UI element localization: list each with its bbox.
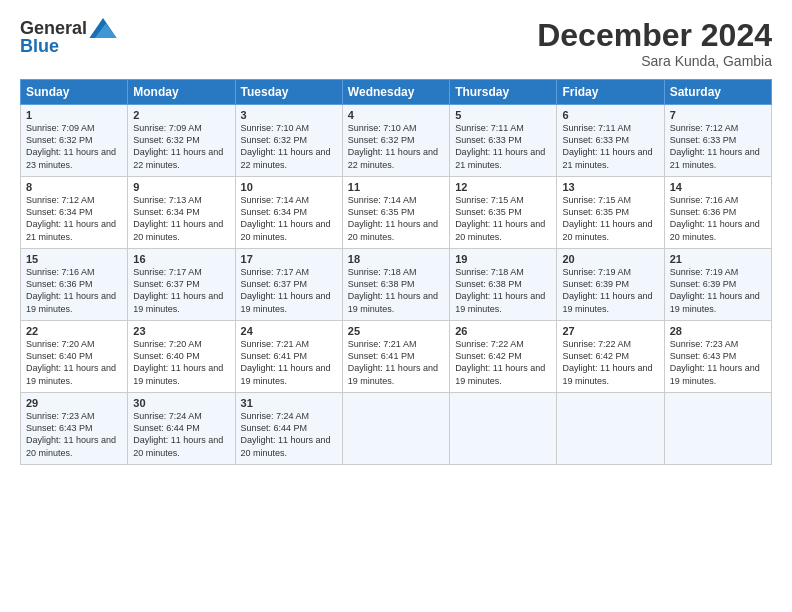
- cell-info: Sunrise: 7:16 AMSunset: 6:36 PMDaylight:…: [670, 195, 760, 241]
- cell-info: Sunrise: 7:11 AMSunset: 6:33 PMDaylight:…: [455, 123, 545, 169]
- logo-general-text: General: [20, 19, 87, 37]
- day-number: 14: [670, 181, 766, 193]
- day-number: 16: [133, 253, 229, 265]
- header-friday: Friday: [557, 80, 664, 105]
- calendar-cell-day-27: 27Sunrise: 7:22 AMSunset: 6:42 PMDayligh…: [557, 321, 664, 393]
- calendar-cell-day-25: 25Sunrise: 7:21 AMSunset: 6:41 PMDayligh…: [342, 321, 449, 393]
- calendar-cell-day-30: 30Sunrise: 7:24 AMSunset: 6:44 PMDayligh…: [128, 393, 235, 465]
- calendar-table: Sunday Monday Tuesday Wednesday Thursday…: [20, 79, 772, 465]
- calendar-cell-day-9: 9Sunrise: 7:13 AMSunset: 6:34 PMDaylight…: [128, 177, 235, 249]
- cell-info: Sunrise: 7:21 AMSunset: 6:41 PMDaylight:…: [241, 339, 331, 385]
- cell-info: Sunrise: 7:20 AMSunset: 6:40 PMDaylight:…: [133, 339, 223, 385]
- cell-info: Sunrise: 7:10 AMSunset: 6:32 PMDaylight:…: [348, 123, 438, 169]
- cell-info: Sunrise: 7:20 AMSunset: 6:40 PMDaylight:…: [26, 339, 116, 385]
- day-number: 15: [26, 253, 122, 265]
- day-number: 8: [26, 181, 122, 193]
- calendar-cell-day-16: 16Sunrise: 7:17 AMSunset: 6:37 PMDayligh…: [128, 249, 235, 321]
- title-block: December 2024 Sara Kunda, Gambia: [537, 18, 772, 69]
- calendar-cell-day-18: 18Sunrise: 7:18 AMSunset: 6:38 PMDayligh…: [342, 249, 449, 321]
- calendar-cell-day-7: 7Sunrise: 7:12 AMSunset: 6:33 PMDaylight…: [664, 105, 771, 177]
- calendar-cell-empty: [557, 393, 664, 465]
- cell-info: Sunrise: 7:23 AMSunset: 6:43 PMDaylight:…: [670, 339, 760, 385]
- month-title: December 2024: [537, 18, 772, 53]
- cell-info: Sunrise: 7:09 AMSunset: 6:32 PMDaylight:…: [26, 123, 116, 169]
- cell-info: Sunrise: 7:09 AMSunset: 6:32 PMDaylight:…: [133, 123, 223, 169]
- calendar-cell-day-2: 2Sunrise: 7:09 AMSunset: 6:32 PMDaylight…: [128, 105, 235, 177]
- weekday-header-row: Sunday Monday Tuesday Wednesday Thursday…: [21, 80, 772, 105]
- page: General Blue December 2024 Sara Kunda, G…: [0, 0, 792, 612]
- day-number: 28: [670, 325, 766, 337]
- calendar-cell-day-24: 24Sunrise: 7:21 AMSunset: 6:41 PMDayligh…: [235, 321, 342, 393]
- calendar-cell-day-29: 29Sunrise: 7:23 AMSunset: 6:43 PMDayligh…: [21, 393, 128, 465]
- calendar-cell-day-28: 28Sunrise: 7:23 AMSunset: 6:43 PMDayligh…: [664, 321, 771, 393]
- cell-info: Sunrise: 7:18 AMSunset: 6:38 PMDaylight:…: [455, 267, 545, 313]
- logo-blue-text: Blue: [20, 36, 59, 57]
- day-number: 12: [455, 181, 551, 193]
- calendar-week-2: 8Sunrise: 7:12 AMSunset: 6:34 PMDaylight…: [21, 177, 772, 249]
- cell-info: Sunrise: 7:10 AMSunset: 6:32 PMDaylight:…: [241, 123, 331, 169]
- day-number: 26: [455, 325, 551, 337]
- cell-info: Sunrise: 7:17 AMSunset: 6:37 PMDaylight:…: [133, 267, 223, 313]
- day-number: 30: [133, 397, 229, 409]
- calendar-cell-day-10: 10Sunrise: 7:14 AMSunset: 6:34 PMDayligh…: [235, 177, 342, 249]
- cell-info: Sunrise: 7:18 AMSunset: 6:38 PMDaylight:…: [348, 267, 438, 313]
- day-number: 5: [455, 109, 551, 121]
- calendar-week-5: 29Sunrise: 7:23 AMSunset: 6:43 PMDayligh…: [21, 393, 772, 465]
- cell-info: Sunrise: 7:16 AMSunset: 6:36 PMDaylight:…: [26, 267, 116, 313]
- calendar-cell-day-26: 26Sunrise: 7:22 AMSunset: 6:42 PMDayligh…: [450, 321, 557, 393]
- header-wednesday: Wednesday: [342, 80, 449, 105]
- day-number: 29: [26, 397, 122, 409]
- cell-info: Sunrise: 7:14 AMSunset: 6:35 PMDaylight:…: [348, 195, 438, 241]
- header-sunday: Sunday: [21, 80, 128, 105]
- calendar-week-1: 1Sunrise: 7:09 AMSunset: 6:32 PMDaylight…: [21, 105, 772, 177]
- day-number: 31: [241, 397, 337, 409]
- calendar-cell-day-31: 31Sunrise: 7:24 AMSunset: 6:44 PMDayligh…: [235, 393, 342, 465]
- day-number: 25: [348, 325, 444, 337]
- calendar-cell-day-3: 3Sunrise: 7:10 AMSunset: 6:32 PMDaylight…: [235, 105, 342, 177]
- calendar-cell-day-15: 15Sunrise: 7:16 AMSunset: 6:36 PMDayligh…: [21, 249, 128, 321]
- day-number: 23: [133, 325, 229, 337]
- cell-info: Sunrise: 7:22 AMSunset: 6:42 PMDaylight:…: [455, 339, 545, 385]
- day-number: 3: [241, 109, 337, 121]
- day-number: 18: [348, 253, 444, 265]
- calendar-cell-day-22: 22Sunrise: 7:20 AMSunset: 6:40 PMDayligh…: [21, 321, 128, 393]
- cell-info: Sunrise: 7:23 AMSunset: 6:43 PMDaylight:…: [26, 411, 116, 457]
- day-number: 1: [26, 109, 122, 121]
- header-thursday: Thursday: [450, 80, 557, 105]
- cell-info: Sunrise: 7:19 AMSunset: 6:39 PMDaylight:…: [562, 267, 652, 313]
- calendar-cell-day-6: 6Sunrise: 7:11 AMSunset: 6:33 PMDaylight…: [557, 105, 664, 177]
- calendar-cell-day-11: 11Sunrise: 7:14 AMSunset: 6:35 PMDayligh…: [342, 177, 449, 249]
- day-number: 7: [670, 109, 766, 121]
- day-number: 13: [562, 181, 658, 193]
- cell-info: Sunrise: 7:15 AMSunset: 6:35 PMDaylight:…: [562, 195, 652, 241]
- calendar-cell-day-19: 19Sunrise: 7:18 AMSunset: 6:38 PMDayligh…: [450, 249, 557, 321]
- day-number: 9: [133, 181, 229, 193]
- calendar-cell-day-17: 17Sunrise: 7:17 AMSunset: 6:37 PMDayligh…: [235, 249, 342, 321]
- header-saturday: Saturday: [664, 80, 771, 105]
- day-number: 21: [670, 253, 766, 265]
- cell-info: Sunrise: 7:17 AMSunset: 6:37 PMDaylight:…: [241, 267, 331, 313]
- calendar-cell-day-21: 21Sunrise: 7:19 AMSunset: 6:39 PMDayligh…: [664, 249, 771, 321]
- calendar-cell-day-1: 1Sunrise: 7:09 AMSunset: 6:32 PMDaylight…: [21, 105, 128, 177]
- day-number: 2: [133, 109, 229, 121]
- calendar-cell-day-5: 5Sunrise: 7:11 AMSunset: 6:33 PMDaylight…: [450, 105, 557, 177]
- calendar-cell-day-13: 13Sunrise: 7:15 AMSunset: 6:35 PMDayligh…: [557, 177, 664, 249]
- header-monday: Monday: [128, 80, 235, 105]
- calendar-cell-empty: [664, 393, 771, 465]
- header: General Blue December 2024 Sara Kunda, G…: [20, 18, 772, 69]
- logo: General Blue: [20, 18, 117, 57]
- location: Sara Kunda, Gambia: [537, 53, 772, 69]
- cell-info: Sunrise: 7:19 AMSunset: 6:39 PMDaylight:…: [670, 267, 760, 313]
- day-number: 11: [348, 181, 444, 193]
- day-number: 6: [562, 109, 658, 121]
- day-number: 27: [562, 325, 658, 337]
- calendar-cell-empty: [342, 393, 449, 465]
- cell-info: Sunrise: 7:24 AMSunset: 6:44 PMDaylight:…: [133, 411, 223, 457]
- calendar-week-4: 22Sunrise: 7:20 AMSunset: 6:40 PMDayligh…: [21, 321, 772, 393]
- day-number: 19: [455, 253, 551, 265]
- cell-info: Sunrise: 7:11 AMSunset: 6:33 PMDaylight:…: [562, 123, 652, 169]
- cell-info: Sunrise: 7:21 AMSunset: 6:41 PMDaylight:…: [348, 339, 438, 385]
- calendar-cell-day-20: 20Sunrise: 7:19 AMSunset: 6:39 PMDayligh…: [557, 249, 664, 321]
- cell-info: Sunrise: 7:12 AMSunset: 6:33 PMDaylight:…: [670, 123, 760, 169]
- calendar-cell-day-12: 12Sunrise: 7:15 AMSunset: 6:35 PMDayligh…: [450, 177, 557, 249]
